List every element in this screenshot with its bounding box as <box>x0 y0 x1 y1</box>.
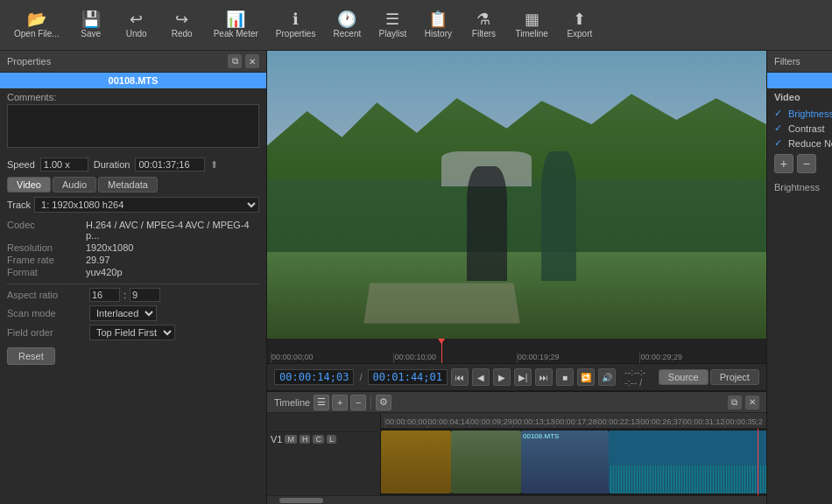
transport-next-frame[interactable]: ▶| <box>514 368 532 386</box>
brightness-control-row: Brightness 100.0 % ↺ <box>767 177 832 198</box>
filter-brightness-label: Brightness <box>788 108 832 119</box>
info-grid: Codec H.264 / AVC / MPEG-4 AVC / MPEG-4 … <box>0 215 266 282</box>
transport-play[interactable]: ▶ <box>493 368 511 386</box>
timecode-bar: 00:00:00;00 00:00:10;00 00:00:19;29 00:0… <box>267 339 766 363</box>
timeline-track-labels: V1 M H C L <box>267 413 381 495</box>
filter-remove-btn[interactable]: − <box>797 154 816 173</box>
speed-input[interactable] <box>40 158 88 172</box>
properties-panel-header: Properties ⧉ ✕ <box>0 51 266 73</box>
timeline-close-btn[interactable]: ✕ <box>745 396 759 410</box>
track-c-btn[interactable]: C <box>313 435 324 444</box>
frame-rate-label: Frame rate <box>7 255 86 265</box>
transport-loop[interactable]: 🔁 <box>577 368 595 386</box>
aspect-ratio-h-input[interactable] <box>130 288 160 302</box>
toolbar-peak-meter[interactable]: 📊 Peak Meter <box>207 8 265 42</box>
project-tab[interactable]: Project <box>710 369 759 385</box>
properties-icon: ℹ <box>293 11 299 27</box>
timeline-track-visual[interactable]: 00108.MTS <box>381 429 766 495</box>
tab-video[interactable]: Video <box>7 177 51 192</box>
toolbar-export[interactable]: ⬆ Export <box>559 8 601 42</box>
source-tab[interactable]: Source <box>659 369 709 385</box>
timeline-clip-2[interactable] <box>451 430 521 494</box>
v1-label: V1 <box>271 434 282 444</box>
track-l-btn[interactable]: L <box>327 435 336 444</box>
codec-value: H.264 / AVC / MPEG-4 AVC / MPEG-4 p... <box>86 220 259 241</box>
timeline-clip-main[interactable] <box>609 430 766 494</box>
peak-meter-label: Peak Meter <box>214 29 258 38</box>
timeline-panel: Timeline ☰ + − ⚙ ⧉ ✕ V1 M <box>267 390 766 504</box>
playhead-indicator <box>441 339 442 363</box>
timeline-scroll-thumb[interactable] <box>279 498 323 503</box>
timeline-scrollbar[interactable] <box>267 495 766 504</box>
toolbar-recent[interactable]: 🕐 Recent <box>326 8 368 42</box>
tab-metadata[interactable]: Metadata <box>98 177 158 192</box>
timeline-menu-btn[interactable]: ☰ <box>314 395 329 410</box>
center-panel: 00:00:00;00 00:00:10;00 00:00:19;29 00:0… <box>267 51 766 504</box>
in-out-display: --:--:--:-- / <box>619 367 655 388</box>
divider <box>7 284 259 284</box>
reset-button[interactable]: Reset <box>7 347 55 365</box>
filter-contrast-item[interactable]: ✓ Contrast <box>767 121 832 136</box>
timeline-clip-3[interactable]: 00108.MTS <box>521 430 609 494</box>
timecode-markers: 00:00:00;00 00:00:10;00 00:00:19;29 00:0… <box>267 339 766 363</box>
scan-mode-label: Scan mode <box>7 308 86 318</box>
timeline-clip-1[interactable] <box>381 430 451 494</box>
properties-label: Properties <box>276 29 316 38</box>
toolbar-playlist[interactable]: ☰ Playlist <box>371 8 413 42</box>
redo-icon: ↪ <box>175 11 188 27</box>
panel-float-btn[interactable]: ⧉ <box>228 54 242 68</box>
field-order-select[interactable]: Top Field First <box>89 325 175 340</box>
timeline-track-area: V1 M H C L 00:00:00;00 00:00:04;14 00:00… <box>267 413 766 495</box>
open-file-label: Open File... <box>14 29 60 38</box>
transport-skip-end[interactable]: ⏭ <box>535 368 553 386</box>
toolbar-open-file[interactable]: 📂 Open File... <box>7 8 67 42</box>
timeline-float-btn[interactable]: ⧉ <box>728 396 742 410</box>
aspect-ratio-w-input[interactable] <box>89 288 120 302</box>
peak-meter-icon: 📊 <box>226 11 245 27</box>
track-label: Track <box>7 200 31 210</box>
transport-volume[interactable]: 🔊 <box>598 368 616 386</box>
filter-reduce-noise-item[interactable]: ✓ Reduce Noise <box>767 136 832 150</box>
track-h-btn[interactable]: H <box>300 435 311 444</box>
timeline-content[interactable]: 00:00:00;00 00:00:04;14 00:00:09;29 00:0… <box>381 413 766 495</box>
timeline-settings-btn[interactable]: ⚙ <box>376 395 391 410</box>
comments-label: Comments: <box>7 92 259 102</box>
filter-brightness-item[interactable]: ✓ Brightness <box>767 106 832 121</box>
toolbar-undo[interactable]: ↩ Undo <box>116 8 158 42</box>
filters-label: Filters <box>472 29 496 38</box>
timeline-add-btn[interactable]: + <box>332 395 348 410</box>
toolbar-history[interactable]: 📋 History <box>417 8 459 42</box>
toolbar-properties[interactable]: ℹ Properties <box>269 8 323 42</box>
duration-input[interactable] <box>135 158 205 172</box>
clip3-label: 00108.MTS <box>523 432 559 440</box>
ts-mark-4: 00:00:17;28 <box>554 417 597 428</box>
codec-row: Codec H.264 / AVC / MPEG-4 AVC / MPEG-4 … <box>7 219 259 242</box>
transport-stop[interactable]: ■ <box>556 368 574 386</box>
track-select[interactable]: 1: 1920x1080 h264 <box>34 197 259 213</box>
tc-mark-2: 00:00:19;29 <box>517 353 639 363</box>
toolbar-timeline[interactable]: ▦ Timeline <box>508 8 554 42</box>
panel-close-btn[interactable]: ✕ <box>245 54 259 68</box>
toolbar-save[interactable]: 💾 Save <box>70 8 112 42</box>
filter-reduce-noise-label: Reduce Noise <box>788 138 832 149</box>
timecode-current: 00:00:14;03 <box>274 369 354 385</box>
brightness-control-label: Brightness <box>774 182 831 192</box>
track-m-btn[interactable]: M <box>285 435 297 444</box>
track-label-spacer <box>271 416 377 432</box>
scan-mode-select[interactable]: Interlaced <box>89 305 157 321</box>
transport-skip-start[interactable]: ⏮ <box>451 368 469 386</box>
properties-panel: Properties ⧉ ✕ 00108.MTS Comments: Speed… <box>0 51 267 504</box>
filter-add-btn[interactable]: + <box>774 154 793 173</box>
tab-audio[interactable]: Audio <box>53 177 96 192</box>
panel-controls: ⧉ ✕ <box>228 54 259 68</box>
toolbar-redo[interactable]: ↪ Redo <box>161 8 203 42</box>
speed-row: Speed Duration ⬆ <box>0 154 266 175</box>
ts-mark-6: 00:00:26;37 <box>639 417 682 428</box>
transport-prev-frame[interactable]: ◀ <box>472 368 490 386</box>
timeline-remove-btn[interactable]: − <box>350 395 366 410</box>
resolution-label: Resolution <box>7 242 86 253</box>
toolbar-filters[interactable]: ⚗ Filters <box>462 8 504 42</box>
save-label: Save <box>81 29 101 38</box>
comments-textarea[interactable] <box>7 104 259 148</box>
timeline-header-row: Timeline ☰ + − ⚙ ⧉ ✕ <box>267 392 766 413</box>
